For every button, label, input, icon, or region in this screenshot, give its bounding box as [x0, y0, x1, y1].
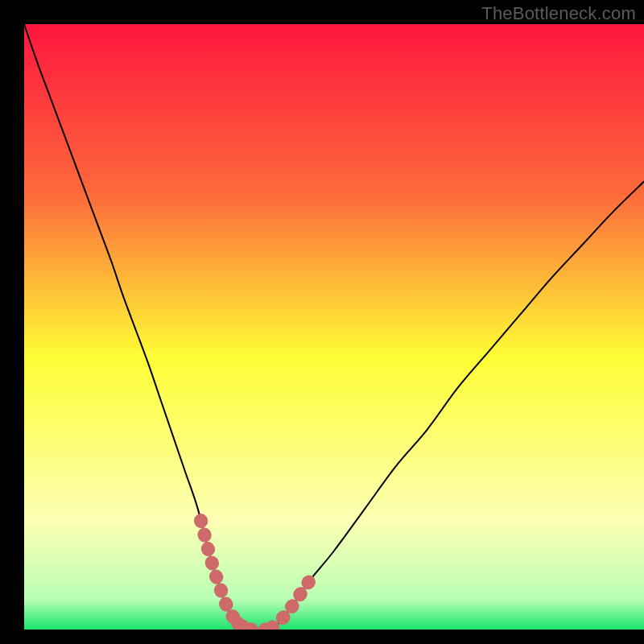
chart-frame: TheBottleneck.com: [0, 0, 644, 644]
chart-background: [24, 24, 644, 630]
plot-area: [24, 24, 644, 630]
watermark-text: TheBottleneck.com: [481, 3, 636, 24]
chart-svg: [24, 24, 644, 630]
